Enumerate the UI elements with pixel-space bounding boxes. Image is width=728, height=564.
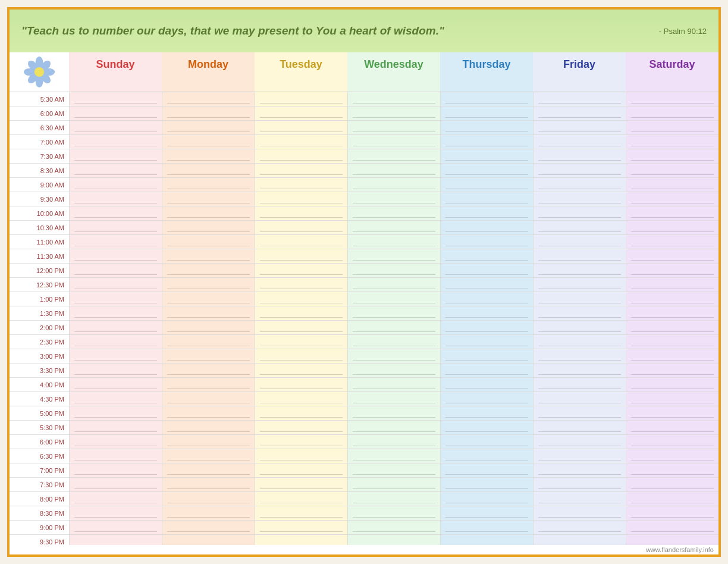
day-cell-friday[interactable] [533, 206, 626, 220]
day-cell-thursday[interactable] [440, 106, 533, 120]
day-cell-friday[interactable] [533, 135, 626, 149]
day-cell-thursday[interactable] [440, 364, 533, 377]
day-cell-sunday[interactable] [69, 306, 162, 320]
day-cell-thursday[interactable] [440, 378, 533, 391]
day-cell-thursday[interactable] [440, 292, 533, 306]
day-cell-tuesday[interactable] [255, 164, 347, 177]
day-cell-sunday[interactable] [69, 392, 162, 406]
day-cell-sunday[interactable] [69, 92, 162, 106]
day-cell-monday[interactable] [162, 206, 255, 220]
day-cell-saturday[interactable] [626, 535, 718, 545]
day-cell-friday[interactable] [533, 506, 626, 520]
day-cell-tuesday[interactable] [255, 392, 347, 406]
day-cell-saturday[interactable] [626, 192, 718, 206]
day-cell-monday[interactable] [162, 364, 255, 377]
day-cell-tuesday[interactable] [255, 321, 347, 334]
day-cell-sunday[interactable] [69, 178, 162, 192]
day-cell-friday[interactable] [533, 535, 626, 545]
day-cell-monday[interactable] [162, 492, 255, 506]
day-cell-monday[interactable] [162, 164, 255, 177]
day-cell-friday[interactable] [533, 364, 626, 377]
day-cell-friday[interactable] [533, 192, 626, 206]
day-cell-monday[interactable] [162, 121, 255, 134]
day-cell-thursday[interactable] [440, 435, 533, 449]
day-cell-wednesday[interactable] [347, 435, 440, 449]
day-cell-sunday[interactable] [69, 164, 162, 177]
day-cell-sunday[interactable] [69, 364, 162, 377]
day-cell-tuesday[interactable] [255, 335, 347, 349]
day-cell-saturday[interactable] [626, 306, 718, 320]
day-cell-friday[interactable] [533, 121, 626, 134]
day-cell-saturday[interactable] [626, 264, 718, 277]
day-cell-tuesday[interactable] [255, 521, 347, 534]
day-cell-wednesday[interactable] [347, 463, 440, 477]
day-cell-thursday[interactable] [440, 206, 533, 220]
day-cell-tuesday[interactable] [255, 535, 347, 545]
day-cell-sunday[interactable] [69, 463, 162, 477]
day-cell-tuesday[interactable] [255, 378, 347, 391]
day-cell-saturday[interactable] [626, 506, 718, 520]
day-cell-wednesday[interactable] [347, 106, 440, 120]
day-cell-sunday[interactable] [69, 435, 162, 449]
day-cell-tuesday[interactable] [255, 92, 347, 106]
day-cell-thursday[interactable] [440, 521, 533, 534]
day-cell-saturday[interactable] [626, 249, 718, 263]
day-cell-tuesday[interactable] [255, 278, 347, 292]
day-cell-monday[interactable] [162, 349, 255, 363]
day-cell-tuesday[interactable] [255, 149, 347, 163]
day-cell-friday[interactable] [533, 178, 626, 192]
day-cell-tuesday[interactable] [255, 235, 347, 249]
day-cell-monday[interactable] [162, 149, 255, 163]
day-cell-saturday[interactable] [626, 292, 718, 306]
day-cell-saturday[interactable] [626, 135, 718, 149]
day-cell-friday[interactable] [533, 406, 626, 420]
day-cell-friday[interactable] [533, 449, 626, 463]
day-cell-tuesday[interactable] [255, 492, 347, 506]
day-cell-sunday[interactable] [69, 121, 162, 134]
day-cell-wednesday[interactable] [347, 164, 440, 177]
day-cell-thursday[interactable] [440, 321, 533, 334]
day-cell-sunday[interactable] [69, 192, 162, 206]
day-cell-monday[interactable] [162, 535, 255, 545]
day-cell-friday[interactable] [533, 149, 626, 163]
day-cell-wednesday[interactable] [347, 506, 440, 520]
day-cell-monday[interactable] [162, 449, 255, 463]
day-cell-saturday[interactable] [626, 449, 718, 463]
day-cell-tuesday[interactable] [255, 349, 347, 363]
day-cell-sunday[interactable] [69, 249, 162, 263]
day-cell-saturday[interactable] [626, 235, 718, 249]
day-cell-tuesday[interactable] [255, 463, 347, 477]
day-cell-saturday[interactable] [626, 364, 718, 377]
day-cell-friday[interactable] [533, 349, 626, 363]
day-cell-thursday[interactable] [440, 221, 533, 234]
day-cell-monday[interactable] [162, 435, 255, 449]
day-cell-thursday[interactable] [440, 506, 533, 520]
day-cell-sunday[interactable] [69, 449, 162, 463]
day-cell-friday[interactable] [533, 463, 626, 477]
day-cell-tuesday[interactable] [255, 435, 347, 449]
day-cell-sunday[interactable] [69, 492, 162, 506]
day-cell-saturday[interactable] [626, 335, 718, 349]
day-cell-saturday[interactable] [626, 106, 718, 120]
day-cell-thursday[interactable] [440, 349, 533, 363]
day-cell-sunday[interactable] [69, 149, 162, 163]
day-cell-sunday[interactable] [69, 235, 162, 249]
day-cell-wednesday[interactable] [347, 278, 440, 292]
day-cell-saturday[interactable] [626, 178, 718, 192]
day-cell-saturday[interactable] [626, 206, 718, 220]
day-cell-monday[interactable] [162, 321, 255, 334]
day-cell-sunday[interactable] [69, 264, 162, 277]
day-cell-monday[interactable] [162, 249, 255, 263]
day-cell-wednesday[interactable] [347, 121, 440, 134]
day-cell-saturday[interactable] [626, 463, 718, 477]
day-cell-wednesday[interactable] [347, 135, 440, 149]
day-cell-thursday[interactable] [440, 406, 533, 420]
day-cell-saturday[interactable] [626, 278, 718, 292]
day-cell-wednesday[interactable] [347, 364, 440, 377]
day-cell-sunday[interactable] [69, 292, 162, 306]
day-cell-thursday[interactable] [440, 463, 533, 477]
day-cell-monday[interactable] [162, 421, 255, 434]
day-cell-sunday[interactable] [69, 378, 162, 391]
day-cell-wednesday[interactable] [347, 92, 440, 106]
day-cell-monday[interactable] [162, 278, 255, 292]
